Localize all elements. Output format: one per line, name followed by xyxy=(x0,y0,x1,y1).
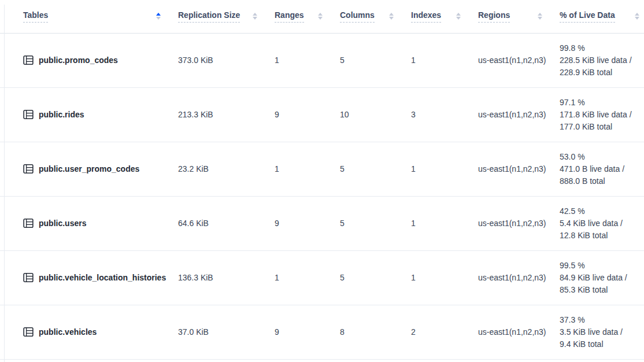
replication-size-value: 213.3 KiB xyxy=(178,87,275,142)
regions-value: us-east1(n1,n2,n3) xyxy=(478,87,560,142)
column-header-tables-label: Tables xyxy=(23,10,48,23)
live-data-cell: 97.1 % 171.8 KiB live data / 177.0 KiB t… xyxy=(560,97,644,133)
column-header-ranges[interactable]: Ranges xyxy=(275,0,340,33)
columns-value: 8 xyxy=(340,305,411,359)
table-icon xyxy=(23,164,34,174)
indexes-value: 1 xyxy=(411,33,478,87)
caret-down-icon xyxy=(538,17,542,20)
table-name-link[interactable]: public.vehicles xyxy=(39,327,97,337)
ranges-value: 1 xyxy=(275,250,340,305)
live-data-percent: 53.0 % xyxy=(560,151,641,163)
table-row: public.vehicle_location_histories 136.3 … xyxy=(0,250,644,305)
caret-up-icon xyxy=(318,13,323,16)
live-data-cell: 53.0 % 471.0 B live data / 888.0 B total xyxy=(560,151,644,187)
live-data-percent: 97.1 % xyxy=(560,97,641,109)
live-data-percent: 42.5 % xyxy=(560,205,641,217)
table-name-link[interactable]: public.promo_codes xyxy=(39,56,118,65)
table-name-link[interactable]: public.user_promo_codes xyxy=(39,164,139,173)
column-header-regions-label: Regions xyxy=(478,10,510,23)
ranges-value: 9 xyxy=(275,196,340,250)
live-data-amount: 228.5 KiB live data / xyxy=(560,54,641,67)
columns-value: 5 xyxy=(340,33,411,87)
columns-value: 5 xyxy=(340,196,411,250)
live-data-cell: 42.5 % 5.4 KiB live data / 12.8 KiB tota… xyxy=(560,205,644,242)
indexes-value: 3 xyxy=(411,87,478,142)
table-header-row: Tables Replication Size Ranges xyxy=(0,0,644,33)
column-header-replication-size[interactable]: Replication Size xyxy=(178,0,275,33)
indexes-value: 1 xyxy=(411,250,478,305)
column-header-indexes[interactable]: Indexes xyxy=(411,0,478,33)
regions-value: us-east1(n1,n2,n3) xyxy=(478,33,560,87)
sort-icon[interactable] xyxy=(456,13,461,20)
page-left-border xyxy=(4,5,5,362)
replication-size-value: 373.0 KiB xyxy=(178,33,275,87)
sort-asc-icon[interactable] xyxy=(156,13,161,20)
caret-down-icon xyxy=(156,17,161,20)
table-name-link[interactable]: public.vehicle_location_histories xyxy=(39,273,166,282)
sort-icon[interactable] xyxy=(318,13,323,20)
column-header-columns[interactable]: Columns xyxy=(340,0,411,33)
column-header-replication-size-label: Replication Size xyxy=(178,10,240,23)
caret-down-icon xyxy=(389,17,394,20)
table-row: public.promo_codes 373.0 KiB 1 5 1 us-ea… xyxy=(0,33,644,87)
indexes-value: 1 xyxy=(411,196,478,250)
replication-size-value: 136.3 KiB xyxy=(178,250,275,305)
ranges-value: 1 xyxy=(275,142,340,196)
column-header-ranges-label: Ranges xyxy=(275,10,304,23)
live-data-cell: 37.3 % 3.5 KiB live data / 9.4 KiB total xyxy=(560,314,644,350)
columns-value: 5 xyxy=(340,250,411,305)
table-row: public.users 64.6 KiB 9 5 1 us-east1(n1,… xyxy=(0,196,644,250)
table-row: public.rides 213.3 KiB 9 10 3 us-east1(n… xyxy=(0,87,644,142)
column-header-regions[interactable]: Regions xyxy=(478,0,560,33)
column-header-indexes-label: Indexes xyxy=(411,10,441,23)
live-data-cell: 99.5 % 84.9 KiB live data / 85.3 KiB tot… xyxy=(560,260,644,296)
live-data-total: 12.8 KiB total xyxy=(560,230,641,242)
table-icon xyxy=(23,218,34,228)
caret-up-icon xyxy=(389,13,394,16)
indexes-value: 2 xyxy=(411,305,478,359)
live-data-cell: 99.8 % 228.5 KiB live data / 228.9 KiB t… xyxy=(560,42,644,79)
tables-page: Tables Replication Size Ranges xyxy=(0,0,644,362)
tables-table: Tables Replication Size Ranges xyxy=(0,0,644,360)
live-data-total: 85.3 KiB total xyxy=(560,284,641,296)
columns-value: 5 xyxy=(340,142,411,196)
regions-value: us-east1(n1,n2,n3) xyxy=(478,305,560,359)
column-header-columns-label: Columns xyxy=(340,10,375,23)
live-data-amount: 84.9 KiB live data / xyxy=(560,272,641,284)
columns-value: 10 xyxy=(340,87,411,142)
table-name-link[interactable]: public.users xyxy=(39,219,86,228)
column-header-live-data-label: % of Live Data xyxy=(560,10,615,23)
sort-icon[interactable] xyxy=(253,13,257,20)
column-header-tables[interactable]: Tables xyxy=(0,0,178,33)
live-data-total: 9.4 KiB total xyxy=(560,338,641,350)
live-data-total: 888.0 B total xyxy=(560,175,641,187)
caret-up-icon xyxy=(538,13,542,16)
indexes-value: 1 xyxy=(411,142,478,196)
sort-icon[interactable] xyxy=(389,13,394,20)
live-data-amount: 5.4 KiB live data / xyxy=(560,217,641,230)
regions-value: us-east1(n1,n2,n3) xyxy=(478,142,560,196)
table-icon xyxy=(23,55,34,65)
caret-up-icon xyxy=(253,13,257,16)
table-icon xyxy=(23,272,34,283)
live-data-amount: 171.8 KiB live data / xyxy=(560,109,641,121)
replication-size-value: 23.2 KiB xyxy=(178,142,275,196)
table-icon xyxy=(23,109,34,120)
regions-value: us-east1(n1,n2,n3) xyxy=(478,196,560,250)
caret-down-icon xyxy=(635,17,639,20)
caret-up-icon xyxy=(456,13,461,16)
table-icon xyxy=(23,327,34,337)
live-data-amount: 3.5 KiB live data / xyxy=(560,326,641,338)
sort-icon[interactable] xyxy=(635,13,639,20)
live-data-percent: 37.3 % xyxy=(560,314,641,326)
column-header-live-data[interactable]: % of Live Data xyxy=(560,0,644,33)
ranges-value: 1 xyxy=(275,33,340,87)
regions-value: us-east1(n1,n2,n3) xyxy=(478,250,560,305)
table-row: public.vehicles 37.0 KiB 9 8 2 us-east1(… xyxy=(0,305,644,359)
ranges-value: 9 xyxy=(275,87,340,142)
live-data-total: 228.9 KiB total xyxy=(560,67,641,79)
sort-icon[interactable] xyxy=(538,13,542,20)
live-data-percent: 99.5 % xyxy=(560,260,641,272)
replication-size-value: 64.6 KiB xyxy=(178,196,275,250)
table-name-link[interactable]: public.rides xyxy=(39,110,84,119)
